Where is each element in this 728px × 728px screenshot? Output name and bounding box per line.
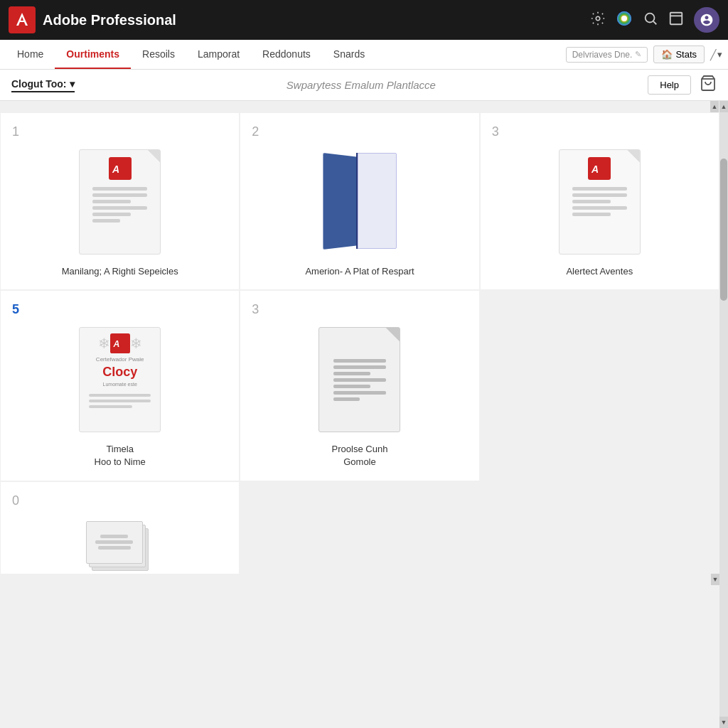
tab-snards[interactable]: Snards: [322, 40, 376, 69]
tab-resoils[interactable]: Resoils: [131, 40, 186, 69]
doc-number-1: 1: [12, 124, 228, 139]
app-title: Adobe Professional: [43, 12, 583, 28]
doc-item-0[interactable]: 0: [1, 482, 239, 574]
scroll-up-arrow[interactable]: ▲: [710, 101, 719, 112]
tab-home[interactable]: Home: [6, 40, 55, 69]
doc-thumb-2: [317, 146, 402, 257]
nav-direction-arrows[interactable]: ╱ ▾: [710, 49, 722, 60]
search-edit-icon: ✎: [635, 50, 641, 59]
doc-row3-empty-2: [481, 482, 719, 574]
app-logo[interactable]: [9, 6, 36, 33]
toolbar-title: Swparytess Emalum Plantlacce: [83, 79, 640, 91]
cart-icon[interactable]: [700, 75, 717, 95]
doc-title-2: Amerion- A Plat of Respart: [252, 265, 467, 278]
document-row-1: 1 A: [0, 112, 719, 290]
tab-ourtiments[interactable]: Ourtiments: [55, 40, 131, 69]
svg-text:A: A: [112, 339, 119, 349]
book-left-page: [323, 152, 358, 249]
search-text: Delvriaves Dne.: [572, 50, 633, 60]
toolbar-dropdown[interactable]: Clogut Too: ▾: [11, 78, 75, 92]
snowflake-left-icon: ❄: [98, 335, 110, 352]
doc-title-5: TimelaHoo to Nime: [12, 443, 228, 469]
tab-lamporat[interactable]: Lamporat: [186, 40, 251, 69]
avatar[interactable]: [694, 7, 719, 33]
main-content: ▲ 1 A: [0, 101, 728, 728]
header-actions: [590, 7, 719, 33]
chevron-down-icon: ▾: [717, 49, 722, 60]
doc-item-3[interactable]: 3 A: [481, 113, 719, 289]
doc-item-6[interactable]: 3 Proolse CunhGomole: [240, 291, 478, 480]
doc-thumb-1: A: [77, 146, 163, 257]
house-icon: 🏠: [661, 49, 673, 60]
doc-title-6: Proolse CunhGomole: [252, 443, 467, 469]
doc-item-1[interactable]: 1 A: [1, 113, 239, 289]
search-icon[interactable]: [643, 11, 658, 30]
status-label: Stats: [675, 49, 697, 60]
dropdown-arrow-icon: ▾: [70, 78, 75, 90]
nav-search-box[interactable]: Delvriaves Dne. ✎: [566, 47, 648, 63]
status-button[interactable]: 🏠 Stats: [653, 46, 705, 63]
toolbar: Clogut Too: ▾ Swparytess Emalum Plantlac…: [0, 70, 728, 101]
doc-number-6: 3: [252, 302, 467, 317]
settings-icon[interactable]: [590, 11, 606, 30]
svg-point-4: [646, 13, 655, 22]
doc-item-2[interactable]: 2 Amerion- A Plat of Respart: [240, 113, 478, 289]
svg-rect-6: [670, 12, 682, 24]
scrollbar-thumb[interactable]: [720, 159, 727, 301]
doc-number-5: 5: [12, 302, 228, 317]
svg-line-5: [653, 21, 656, 24]
nav-search-area: Delvriaves Dne. ✎ 🏠 Stats ╱ ▾: [566, 40, 722, 69]
scrollbar-track: ▲ ▼: [719, 101, 728, 728]
help-button[interactable]: Help: [648, 75, 691, 95]
doc-item-5[interactable]: 5 ❄ A ❄ Certefwador Pwale Clocy: [1, 291, 239, 480]
doc-title-1: Manilang; A Righti Sepeicles: [12, 265, 228, 278]
app-header: Adobe Professional: [0, 0, 728, 40]
svg-text:A: A: [591, 164, 599, 175]
content-area: ▲ 1 A: [0, 101, 719, 728]
doc-thumb-5: ❄ A ❄ Certefwador Pwale Clocy Lumomate e…: [77, 324, 163, 434]
doc-row3-empty-1: [240, 482, 478, 574]
scrollbar-up-arrow[interactable]: ▲: [719, 101, 728, 112]
snowflake-right-icon: ❄: [130, 335, 142, 352]
doc-thumb-6: [317, 324, 402, 434]
doc-item-empty: [481, 291, 719, 480]
svg-point-3: [621, 16, 627, 21]
doc-number-0: 0: [12, 493, 228, 508]
tab-reddonuts[interactable]: Reddonuts: [251, 40, 322, 69]
doc-number-2: 2: [252, 124, 467, 139]
document-row-2: 5 ❄ A ❄ Certefwador Pwale Clocy: [0, 290, 719, 481]
doc-number-3: 3: [492, 124, 707, 139]
window-icon[interactable]: [668, 11, 684, 30]
chrome-icon[interactable]: [616, 10, 633, 31]
toolbar-dropdown-label: Clogut Too:: [11, 78, 67, 90]
document-row-3: 0: [0, 481, 719, 574]
svg-text:A: A: [112, 164, 119, 175]
slash-icon: ╱: [710, 49, 716, 60]
scrollbar-down-arrow[interactable]: ▼: [719, 717, 728, 728]
nav-tabs: Home Ourtiments Resoils Lamporat Reddonu…: [0, 40, 728, 70]
doc-thumb-3: A: [557, 146, 642, 257]
scroll-down-arrow[interactable]: ▼: [711, 574, 719, 585]
book-right-page: [358, 153, 397, 249]
svg-point-0: [596, 16, 600, 21]
doc-title-3: Alertect Aventes: [492, 265, 707, 278]
